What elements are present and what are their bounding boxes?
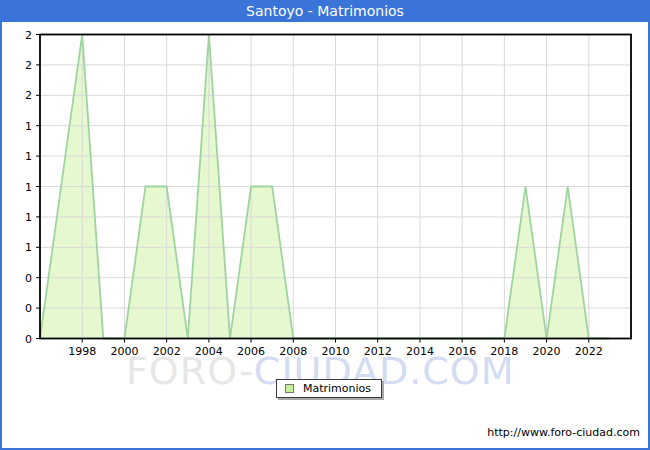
x-axis-label: 2016 [448, 345, 476, 358]
y-axis-label: 0 [25, 272, 32, 285]
x-axis-label: 2014 [406, 345, 434, 358]
y-axis-label: 1 [25, 211, 32, 224]
y-axis-label: 1 [25, 181, 32, 194]
y-axis-label: 2 [25, 89, 32, 102]
title-bar: Santoyo - Matrimonios [0, 0, 650, 22]
legend: Matrimonios [276, 379, 382, 398]
y-axis-label: 1 [25, 150, 32, 163]
chart-window: Santoyo - Matrimonios FORO-CIUDAD.COM 19… [0, 0, 650, 450]
x-axis-label: 2008 [279, 345, 307, 358]
legend-label: Matrimonios [303, 380, 371, 397]
y-axis-label: 1 [25, 120, 32, 133]
x-axis-label: 2002 [153, 345, 181, 358]
x-axis-label: 2000 [110, 345, 138, 358]
x-axis-label: 2010 [322, 345, 350, 358]
y-axis-label: 0 [25, 333, 32, 346]
y-axis-label: 0 [25, 302, 32, 315]
legend-swatch-icon [285, 384, 294, 393]
y-axis-label: 2 [25, 29, 32, 42]
x-axis-label: 2004 [195, 345, 223, 358]
x-axis-label: 2012 [364, 345, 392, 358]
x-axis-label: 2006 [237, 345, 265, 358]
y-axis-label: 2 [25, 59, 32, 72]
footer-url[interactable]: http://www.foro-ciudad.com [487, 426, 640, 439]
x-axis-label: 2020 [533, 345, 561, 358]
chart-region: FORO-CIUDAD.COM 199820002002200420062008… [2, 22, 648, 448]
y-axis-label: 1 [25, 241, 32, 254]
x-axis-label: 2018 [490, 345, 518, 358]
page-title: Santoyo - Matrimonios [246, 3, 404, 19]
x-axis-label: 1998 [68, 345, 96, 358]
x-axis-label: 2022 [575, 345, 603, 358]
